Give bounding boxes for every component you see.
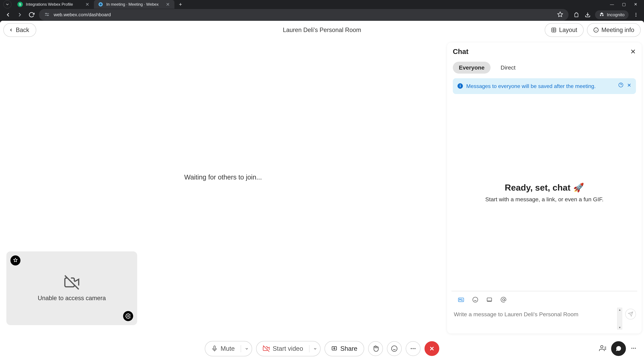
waiting-text: Waiting for others to join... <box>184 173 262 181</box>
incognito-badge[interactable]: Incognito <box>595 10 628 19</box>
panel-options-button[interactable] <box>630 345 636 352</box>
raise-hand-button[interactable] <box>368 341 383 356</box>
svg-point-24 <box>473 297 478 302</box>
tab-search-button[interactable] <box>3 0 12 8</box>
emoji-icon[interactable] <box>472 297 478 304</box>
divider <box>452 291 637 291</box>
window-controls: — ▢ ✕ <box>610 2 644 7</box>
more-options-button[interactable] <box>406 341 420 356</box>
meeting-info-label: Meeting info <box>602 26 634 33</box>
leave-meeting-button[interactable] <box>424 341 439 356</box>
chat-empty-subtitle: Start with a message, a link, or even a … <box>485 196 604 203</box>
app-header: Back Lauren Deli's Personal Room Layout … <box>0 21 644 39</box>
tab-favicon-icon: S <box>18 2 23 7</box>
chat-empty-state: Ready, set, chat 🚀 Start with a message,… <box>453 94 636 291</box>
video-options-chevron[interactable] <box>309 345 317 352</box>
start-video-label: Start video <box>273 345 303 352</box>
chat-tabs: Everyone Direct <box>453 62 636 73</box>
self-view-settings-button[interactable] <box>123 311 133 321</box>
address-bar-row: web.webex.com/dashboard Incognito <box>0 9 644 21</box>
extensions-button[interactable] <box>572 10 580 19</box>
chat-panel: Chat ✕ Everyone Direct i Messages to eve… <box>447 42 642 334</box>
chat-toggle-button[interactable] <box>611 341 626 356</box>
chat-tab-everyone[interactable]: Everyone <box>453 62 490 73</box>
svg-point-2 <box>46 13 46 14</box>
chat-title: Chat <box>453 48 468 56</box>
pin-button[interactable] <box>10 255 20 266</box>
svg-point-44 <box>600 346 603 348</box>
camera-off-icon <box>64 275 79 291</box>
svg-marker-8 <box>558 12 563 17</box>
layout-label: Layout <box>559 26 577 33</box>
participants-button[interactable] <box>599 345 606 353</box>
downloads-button[interactable] <box>583 10 592 19</box>
address-bar[interactable]: web.webex.com/dashboard <box>39 9 568 20</box>
tab-strip: S Integrations Webex Profile ✕ In meetin… <box>0 0 644 9</box>
info-icon: i <box>458 83 463 89</box>
banner-close-button[interactable]: ✕ <box>627 82 631 88</box>
chat-tab-direct[interactable]: Direct <box>494 62 522 73</box>
markdown-icon[interactable] <box>458 297 464 304</box>
send-button[interactable] <box>625 309 636 320</box>
site-settings-icon[interactable] <box>44 12 50 18</box>
bookmark-icon[interactable] <box>557 11 563 18</box>
browser-menu-button[interactable] <box>632 10 640 19</box>
tab-title: Integrations Webex Profile <box>26 2 73 7</box>
svg-point-11 <box>636 14 636 15</box>
svg-point-48 <box>632 348 632 349</box>
compose-row: ▴▾ <box>453 308 636 330</box>
textarea-scrollbar[interactable]: ▴▾ <box>617 308 622 330</box>
share-label: Share <box>340 345 357 352</box>
svg-point-29 <box>502 299 504 301</box>
nav-back-button[interactable] <box>4 10 12 19</box>
banner-text: Messages to everyone will be saved after… <box>466 82 615 90</box>
message-input[interactable] <box>453 308 614 330</box>
reactions-button[interactable] <box>387 341 402 356</box>
gif-icon[interactable] <box>486 297 492 304</box>
empty-title-text: Ready, set, chat <box>505 183 570 193</box>
webex-app: Back Lauren Deli's Personal Room Layout … <box>0 21 644 362</box>
start-video-button[interactable]: Start video <box>256 341 321 356</box>
mute-options-chevron[interactable] <box>241 345 249 352</box>
share-button[interactable]: Share <box>324 341 364 356</box>
maximize-button[interactable]: ▢ <box>622 2 626 7</box>
layout-button[interactable]: Layout <box>545 23 584 37</box>
back-button[interactable]: Back <box>3 23 36 37</box>
tab-close-icon[interactable]: ✕ <box>85 2 89 7</box>
room-title: Lauren Deli's Personal Room <box>283 26 361 33</box>
svg-point-36 <box>392 346 397 351</box>
svg-point-50 <box>635 348 636 349</box>
svg-point-39 <box>411 348 412 349</box>
tab-favicon-icon <box>98 2 103 7</box>
svg-point-12 <box>636 16 636 16</box>
url-text: web.webex.com/dashboard <box>54 12 111 17</box>
new-tab-button[interactable]: + <box>176 0 184 8</box>
meeting-info-button[interactable]: Meeting info <box>587 23 641 37</box>
chat-empty-title: Ready, set, chat 🚀 <box>505 183 584 193</box>
close-window-button[interactable]: ✕ <box>634 2 637 7</box>
svg-point-40 <box>412 348 414 349</box>
chat-close-button[interactable]: ✕ <box>630 48 636 55</box>
incognito-label: Incognito <box>607 12 624 17</box>
minimize-button[interactable]: — <box>610 2 614 7</box>
svg-point-41 <box>414 348 416 349</box>
tab-close-icon[interactable]: ✕ <box>166 2 170 7</box>
mute-label: Mute <box>220 345 234 352</box>
svg-point-1 <box>100 3 102 5</box>
mention-icon[interactable] <box>500 297 506 304</box>
nav-forward-button[interactable] <box>16 10 24 19</box>
svg-point-49 <box>633 348 634 349</box>
banner-help-button[interactable] <box>618 82 623 88</box>
mute-button[interactable]: Mute <box>205 341 252 356</box>
tab-title: In meeting · Meeting · Webex <box>106 2 159 7</box>
self-view-tile: Unable to access camera <box>6 251 137 325</box>
nav-reload-button[interactable] <box>27 10 36 19</box>
browser-chrome: S Integrations Webex Profile ✕ In meetin… <box>0 0 644 21</box>
meeting-toolbar: Mute Start video Share <box>0 335 644 362</box>
svg-point-20 <box>128 316 129 317</box>
browser-tab-1[interactable]: In meeting · Meeting · Webex ✕ <box>94 0 174 9</box>
browser-tab-0[interactable]: S Integrations Webex Profile ✕ <box>14 0 94 9</box>
chat-header: Chat ✕ <box>453 48 636 56</box>
rocket-icon: 🚀 <box>573 183 584 193</box>
svg-point-10 <box>636 13 636 14</box>
